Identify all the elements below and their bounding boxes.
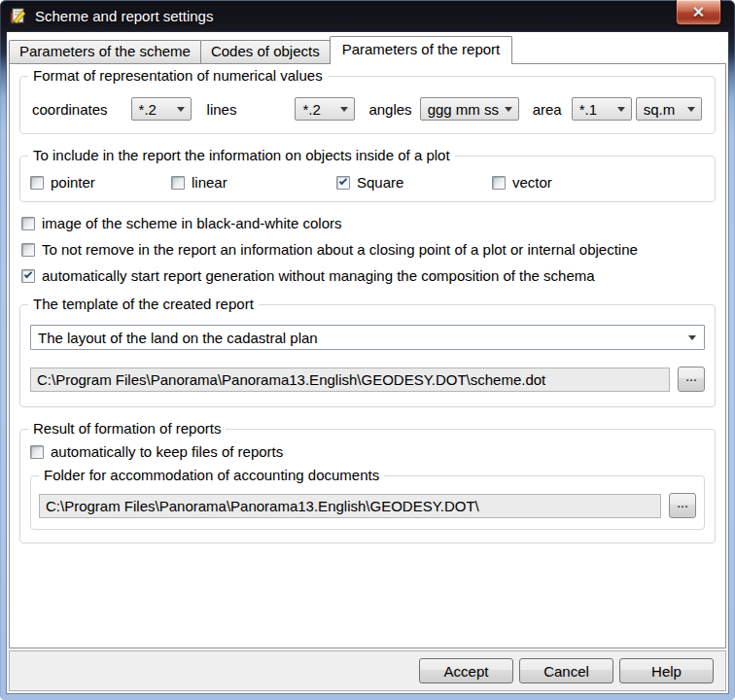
help-button[interactable]: Help xyxy=(619,658,714,683)
angles-label: angles xyxy=(368,101,411,118)
angles-format-value: ggg mm ss xyxy=(428,101,499,118)
format-group: Format of representation of numerical va… xyxy=(19,76,716,134)
app-icon xyxy=(10,7,28,25)
chevron-down-icon xyxy=(688,335,696,340)
lines-format-select[interactable]: *.2 xyxy=(295,97,355,121)
format-group-title: Format of representation of numerical va… xyxy=(28,67,328,84)
checkbox-not-remove-closing-point[interactable]: To not remove in the report an informati… xyxy=(21,240,716,259)
checkbox-pointer-label: pointer xyxy=(51,174,95,191)
checkbox-box[interactable] xyxy=(336,176,350,190)
lines-format-value: *.2 xyxy=(302,101,320,118)
cancel-button[interactable]: Cancel xyxy=(519,658,613,683)
tab-page: Format of representation of numerical va… xyxy=(9,63,726,648)
area-format-select[interactable]: *.1 xyxy=(572,97,632,121)
tab-parameters-of-the-scheme[interactable]: Parameters of the scheme xyxy=(9,40,201,63)
coordinates-label: coordinates xyxy=(32,101,108,118)
result-group: Result of formation of reports automatic… xyxy=(19,429,716,543)
checkbox-auto-start-report-label: automatically start report generation wi… xyxy=(42,267,595,284)
folder-browse-button[interactable]: ... xyxy=(669,493,696,518)
template-path-row: C:\Program Files\Panorama\Panorama13.Eng… xyxy=(30,367,705,392)
checkbox-vector[interactable]: vector xyxy=(492,174,552,191)
template-select[interactable]: The layout of the land on the cadastral … xyxy=(30,325,705,350)
chevron-down-icon xyxy=(340,107,348,112)
tab-strip: Parameters of the scheme Codes of object… xyxy=(7,32,728,63)
button-bar: Accept Cancel Help xyxy=(9,650,726,691)
checkbox-black-and-white[interactable]: image of the scheme in black-and-white c… xyxy=(21,214,716,232)
checkbox-box[interactable] xyxy=(21,243,35,257)
tab-codes-of-objects[interactable]: Codes of objects xyxy=(200,40,331,63)
coordinates-format-value: *.2 xyxy=(139,101,157,118)
checkbox-linear-label: linear xyxy=(192,174,228,191)
checkbox-square[interactable]: Square xyxy=(336,174,492,191)
folder-group: Folder for accommodation of accounting d… xyxy=(30,475,705,530)
checkbox-square-label: Square xyxy=(357,174,403,191)
chevron-down-icon xyxy=(177,107,185,112)
template-group-title: The template of the created report xyxy=(28,296,259,312)
options-list: image of the scheme in black-and-white c… xyxy=(19,214,716,285)
checkbox-pointer[interactable]: pointer xyxy=(30,174,171,191)
titlebar[interactable]: Scheme and report settings ✕ xyxy=(0,0,735,32)
coordinates-format-select[interactable]: *.2 xyxy=(131,97,192,121)
checkbox-vector-label: vector xyxy=(512,174,552,191)
chevron-down-icon xyxy=(617,107,625,112)
template-browse-button[interactable]: ... xyxy=(678,367,705,392)
close-button[interactable]: ✕ xyxy=(676,0,721,25)
checkbox-box[interactable] xyxy=(21,269,35,283)
chevron-down-icon xyxy=(505,107,512,112)
checkbox-linear[interactable]: linear xyxy=(171,174,336,191)
checkbox-box[interactable] xyxy=(171,176,185,190)
lines-label: lines xyxy=(207,101,237,118)
folder-path-row: C:\Program Files\Panorama\Panorama13.Eng… xyxy=(39,493,696,518)
include-objects-group: To include in the report the information… xyxy=(19,156,716,202)
dialog-window: Scheme and report settings ✕ Parameters … xyxy=(0,0,735,700)
checkbox-box[interactable] xyxy=(30,176,44,190)
checkbox-not-remove-closing-point-label: To not remove in the report an informati… xyxy=(42,241,638,258)
checkbox-black-and-white-label: image of the scheme in black-and-white c… xyxy=(42,215,341,231)
folder-path-field[interactable]: C:\Program Files\Panorama\Panorama13.Eng… xyxy=(39,494,661,518)
folder-group-title: Folder for accommodation of accounting d… xyxy=(39,467,384,483)
checkbox-keep-files[interactable]: automatically to keep files of reports xyxy=(30,443,705,460)
dialog-client: Parameters of the scheme Codes of object… xyxy=(7,32,728,693)
area-unit-select[interactable]: sq.m xyxy=(636,97,702,121)
area-unit-value: sq.m xyxy=(644,101,676,118)
check-icon xyxy=(24,269,32,277)
checkbox-box[interactable] xyxy=(21,217,35,230)
template-select-value: The layout of the land on the cadastral … xyxy=(38,330,318,346)
checkbox-box[interactable] xyxy=(492,176,506,190)
include-checkbox-row: pointer linear Square vector xyxy=(30,174,705,191)
chevron-down-icon xyxy=(687,107,695,112)
angles-format-select[interactable]: ggg mm ss xyxy=(420,97,519,121)
check-icon xyxy=(339,176,347,184)
include-objects-group-title: To include in the report the information… xyxy=(28,147,455,163)
close-icon: ✕ xyxy=(692,5,705,20)
checkbox-keep-files-label: automatically to keep files of reports xyxy=(51,443,283,460)
template-group: The template of the created report The l… xyxy=(19,304,716,407)
area-format-value: *.1 xyxy=(579,101,597,118)
format-row: coordinates *.2 lines *.2 angles ggg mm … xyxy=(32,97,705,121)
window-title: Scheme and report settings xyxy=(35,8,213,24)
area-label: area xyxy=(533,101,562,118)
result-group-title: Result of formation of reports xyxy=(28,420,226,437)
checkbox-auto-start-report[interactable]: automatically start report generation wi… xyxy=(21,266,716,285)
accept-button[interactable]: Accept xyxy=(419,658,513,683)
template-path-field[interactable]: C:\Program Files\Panorama\Panorama13.Eng… xyxy=(30,368,670,392)
checkbox-box[interactable] xyxy=(30,445,44,459)
tab-parameters-of-the-report[interactable]: Parameters of the report xyxy=(330,36,513,64)
